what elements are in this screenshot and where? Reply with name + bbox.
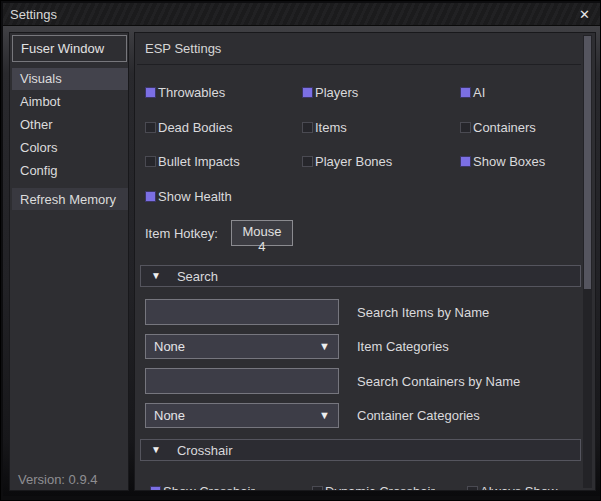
checkbox-dynamic-crosshair[interactable]: Dynamic Crosshair xyxy=(312,484,435,491)
esp-settings-header: ESP Settings xyxy=(145,41,221,56)
checkbox-icon xyxy=(302,87,313,98)
field-label: Search Containers by Name xyxy=(357,374,520,389)
collapse-triangle-icon: ▼ xyxy=(151,445,161,455)
checkbox-label: Show Boxes xyxy=(473,154,545,169)
checkbox-icon xyxy=(460,87,471,98)
checkbox-ai[interactable]: AI xyxy=(460,85,485,100)
sidebar-item-colors[interactable]: Colors xyxy=(12,137,128,159)
checkbox-show-crosshair[interactable]: Show Crosshair xyxy=(150,484,255,491)
checkbox-icon xyxy=(145,87,156,98)
item-categories-select[interactable]: None ▼ xyxy=(145,334,339,359)
checkbox-label: Dynamic Crosshair xyxy=(325,484,435,491)
sidebar: Fuser Window Visuals Aimbot Other Colors… xyxy=(9,32,129,491)
search-containers-row: Search Containers by Name xyxy=(145,368,520,394)
checkbox-players[interactable]: Players xyxy=(302,85,358,100)
selected-value: None xyxy=(154,408,185,423)
refresh-memory-button[interactable]: Refresh Memory xyxy=(12,188,128,210)
checkbox-icon xyxy=(145,191,156,202)
checkbox-icon xyxy=(460,122,471,133)
checkbox-icon xyxy=(460,156,471,167)
item-hotkey-row: Item Hotkey: Mouse 4 xyxy=(145,220,293,246)
checkbox-icon xyxy=(302,156,313,167)
item-hotkey-label: Item Hotkey: xyxy=(145,226,218,241)
vertical-scrollbar-track[interactable] xyxy=(583,35,592,488)
checkbox-containers[interactable]: Containers xyxy=(460,120,536,135)
checkbox-label: Items xyxy=(315,120,347,135)
checkbox-dead-bodies[interactable]: Dead Bodies xyxy=(145,120,232,135)
checkbox-player-bones[interactable]: Player Bones xyxy=(302,154,392,169)
collapse-triangle-icon: ▼ xyxy=(151,271,161,281)
header-divider xyxy=(137,64,581,65)
checkbox-bullet-impacts[interactable]: Bullet Impacts xyxy=(145,154,240,169)
field-label: Item Categories xyxy=(357,339,449,354)
checkbox-icon xyxy=(145,122,156,133)
checkbox-label: Bullet Impacts xyxy=(158,154,240,169)
checkbox-icon xyxy=(150,486,161,491)
fuser-window-button[interactable]: Fuser Window xyxy=(12,35,127,62)
checkbox-always-show[interactable]: Always Show xyxy=(467,484,557,491)
checkbox-icon xyxy=(312,486,323,491)
field-label: Container Categories xyxy=(357,408,480,423)
checkbox-label: Players xyxy=(315,85,358,100)
checkbox-icon xyxy=(145,156,156,167)
version-label: Version: 0.9.4 xyxy=(18,472,98,487)
search-items-row: Search Items by Name xyxy=(145,299,489,325)
section-title: Search xyxy=(177,269,218,284)
checkbox-label: AI xyxy=(473,85,485,100)
search-section-header[interactable]: ▼ Search xyxy=(140,265,581,287)
checkbox-label: Dead Bodies xyxy=(158,120,232,135)
window-title: Settings xyxy=(10,7,57,22)
close-icon[interactable]: ✕ xyxy=(579,8,590,21)
sidebar-item-aimbot[interactable]: Aimbot xyxy=(12,91,128,113)
checkbox-label: Always Show xyxy=(480,484,557,491)
checkbox-show-boxes[interactable]: Show Boxes xyxy=(460,154,545,169)
field-label: Search Items by Name xyxy=(357,305,489,320)
selected-value: None xyxy=(154,339,185,354)
item-hotkey-button[interactable]: Mouse 4 xyxy=(231,220,293,246)
container-categories-select[interactable]: None ▼ xyxy=(145,403,339,428)
checkbox-items[interactable]: Items xyxy=(302,120,347,135)
search-items-input[interactable] xyxy=(145,299,339,325)
checkbox-label: Player Bones xyxy=(315,154,392,169)
sidebar-item-other[interactable]: Other xyxy=(12,114,128,136)
checkbox-label: Show Health xyxy=(158,189,232,204)
sidebar-item-config[interactable]: Config xyxy=(12,160,128,182)
search-containers-input[interactable] xyxy=(145,368,339,394)
settings-window: Settings ✕ Fuser Window Visuals Aimbot O… xyxy=(0,0,601,501)
checkbox-label: Throwables xyxy=(158,85,225,100)
checkbox-label: Containers xyxy=(473,120,536,135)
esp-settings-panel: ESP Settings Throwables Players AI Dead … xyxy=(134,32,596,491)
container-categories-row: None ▼ Container Categories xyxy=(145,403,480,428)
title-bar[interactable]: Settings ✕ xyxy=(3,3,600,26)
checkbox-show-health[interactable]: Show Health xyxy=(145,189,232,204)
crosshair-section-header[interactable]: ▼ Crosshair xyxy=(140,439,581,461)
checkbox-throwables[interactable]: Throwables xyxy=(145,85,225,100)
checkbox-icon xyxy=(302,122,313,133)
item-categories-row: None ▼ Item Categories xyxy=(145,334,449,359)
checkbox-icon xyxy=(467,486,478,491)
checkbox-label: Show Crosshair xyxy=(163,484,255,491)
vertical-scrollbar-thumb[interactable] xyxy=(584,36,591,289)
section-title: Crosshair xyxy=(177,443,233,458)
chevron-down-icon: ▼ xyxy=(319,410,330,421)
sidebar-item-visuals[interactable]: Visuals xyxy=(12,68,128,90)
chevron-down-icon: ▼ xyxy=(319,341,330,352)
